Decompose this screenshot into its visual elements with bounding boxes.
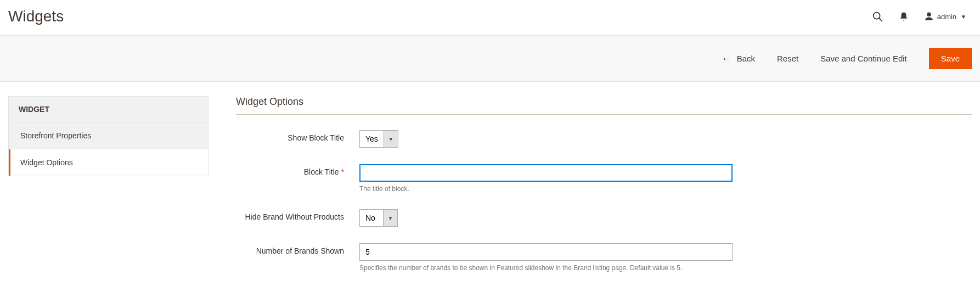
svg-line-1 (879, 18, 882, 21)
row-number-of-brands-shown: Number of Brands Shown Specifies the num… (236, 243, 972, 272)
admin-username: admin (937, 13, 956, 21)
sidebar-tab-storefront-properties[interactable]: Storefront Properties (9, 122, 208, 149)
label-block-title-text: Block Title (304, 167, 339, 176)
save-continue-button[interactable]: Save and Continue Edit (820, 54, 907, 63)
sidebar-heading: WIDGET (9, 97, 208, 122)
select-show-block-title[interactable]: Yes ▼ (359, 130, 398, 148)
reset-label: Reset (777, 54, 798, 63)
select-hide-brand-without-products[interactable]: No ▼ (359, 209, 398, 227)
save-continue-label: Save and Continue Edit (820, 54, 907, 63)
search-icon[interactable] (871, 10, 883, 23)
input-number-of-brands-shown[interactable] (359, 243, 733, 261)
page-title: Widgets (8, 8, 64, 25)
back-button[interactable]: ← Back (722, 54, 755, 64)
arrow-left-icon: ← (722, 54, 731, 64)
admin-user-menu[interactable]: admin ▼ (924, 12, 966, 21)
caret-down-icon: ▼ (961, 14, 966, 20)
header-tools: admin ▼ (871, 10, 966, 23)
label-block-title: Block Title* (236, 164, 359, 176)
sidebar-tab-widget-options[interactable]: Widget Options (9, 149, 208, 176)
note-number-of-brands-shown: Specifies the number of brands to be sho… (359, 264, 733, 272)
page-body: WIDGET Storefront Properties Widget Opti… (0, 82, 980, 288)
action-bar: ← Back Reset Save and Continue Edit Save (0, 35, 980, 82)
select-show-block-title-input[interactable]: Yes (360, 131, 384, 147)
chevron-down-icon: ▼ (383, 210, 397, 226)
input-block-title[interactable] (359, 164, 733, 182)
note-block-title: The title of block. (359, 185, 733, 193)
save-button[interactable]: Save (929, 48, 972, 69)
field-show-block-title: Yes ▼ (359, 130, 733, 148)
reset-button[interactable]: Reset (777, 54, 798, 63)
row-show-block-title: Show Block Title Yes ▼ (236, 130, 972, 148)
row-block-title: Block Title* The title of block. (236, 164, 972, 193)
svg-point-0 (873, 13, 880, 19)
label-hide-brand-without-products: Hide Brand Without Products (236, 209, 359, 221)
label-number-of-brands-shown: Number of Brands Shown (236, 243, 359, 255)
field-hide-brand-without-products: No ▼ (359, 209, 733, 227)
required-mark-icon: * (341, 167, 344, 176)
chevron-down-icon: ▼ (384, 131, 398, 147)
select-hide-brand-without-products-input[interactable]: No (360, 210, 383, 226)
field-number-of-brands-shown: Specifies the number of brands to be sho… (359, 243, 733, 272)
bell-icon[interactable] (899, 12, 909, 21)
row-hide-brand-without-products: Hide Brand Without Products No ▼ (236, 209, 972, 227)
label-show-block-title: Show Block Title (236, 130, 359, 142)
section-title: Widget Options (236, 96, 972, 115)
sidebar: WIDGET Storefront Properties Widget Opti… (8, 96, 209, 176)
field-block-title: The title of block. (359, 164, 733, 193)
user-icon (924, 12, 934, 21)
back-label: Back (737, 54, 755, 63)
main-content: Widget Options Show Block Title Yes ▼ Bl… (236, 96, 972, 288)
page-header: Widgets admin ▼ (0, 0, 980, 35)
